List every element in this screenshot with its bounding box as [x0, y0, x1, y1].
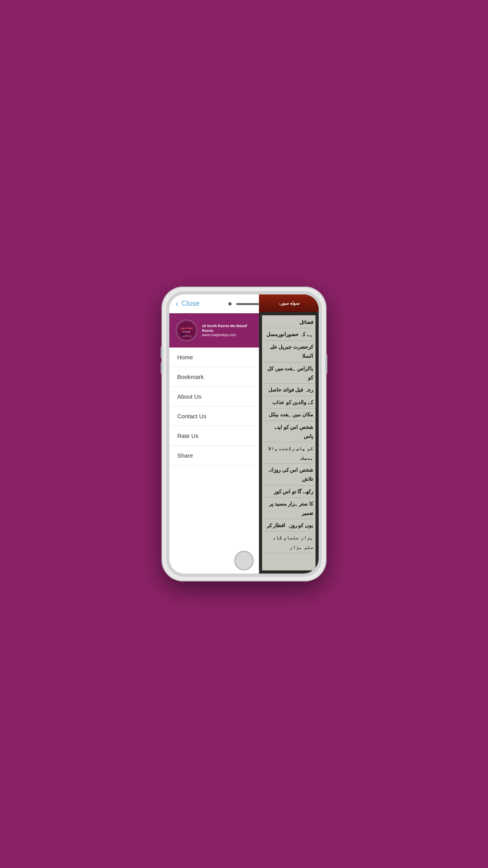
svg-point-5: [180, 333, 185, 336]
back-arrow-icon: ‹: [176, 299, 178, 308]
menu-list: HomeBookmarkAbout UsContact UsRate UsSha…: [169, 348, 259, 574]
screen-content: ‹ Close سوله سوره: [169, 294, 319, 574]
urdu-line-0: فضائل: [264, 318, 313, 328]
urdu-line-6: مکان میں ہفت بیکل: [264, 410, 313, 421]
menu-item-rate-us[interactable]: Rate Us: [169, 426, 259, 446]
urdu-line-12: یوں کو روزہ افطار کر: [264, 521, 313, 531]
menu-item-share[interactable]: Share: [169, 446, 259, 465]
menu-item-bookmark[interactable]: Bookmark: [169, 367, 259, 387]
urdu-text-area: فضائلہے کہ حضورانورمسلکرحضرت جبریل علیہ …: [262, 315, 316, 570]
menu-item-about-us[interactable]: About Us: [169, 387, 259, 406]
urdu-line-5: کے والدین کو عذاب: [264, 398, 313, 408]
app-website: www.maqbooliya.com: [202, 333, 253, 337]
power-button: [325, 354, 327, 374]
svg-text:16 Surah: 16 Surah: [182, 331, 191, 333]
menu-item-home[interactable]: Home: [169, 348, 259, 367]
menu-item-contact-us[interactable]: Contact Us: [169, 406, 259, 426]
phone-frame: ‹ Close سوله سوره: [161, 287, 327, 581]
close-button-label[interactable]: Close: [182, 300, 200, 308]
urdu-line-7: شخص اس کو اپنے پاس: [264, 423, 313, 443]
app-header: سوله سوره 16 Surah Wazaif Razvia 16 Sura…: [169, 313, 259, 348]
left-panel: ‹ Close سوله سوره: [169, 294, 259, 574]
urdu-line-1: ہے کہ حضورانورمسل: [264, 330, 313, 340]
front-camera: [228, 302, 231, 305]
svg-text:سوله سوره: سوله سوره: [180, 326, 193, 329]
app-title-block: 16 Surah Razvia Ma Wazaif Razvia www.maq…: [202, 324, 253, 337]
urdu-line-10: رکھے گا تو اس کور: [264, 487, 313, 498]
urdu-line-2: کرحضرت جبریل علیہ السلا: [264, 342, 313, 362]
urdu-line-13: ہزار علماو کا، ستر ہزار: [264, 533, 313, 553]
logo-image: سوله سوره 16 Surah Wazaif Razvia: [176, 320, 196, 340]
urdu-line-8: کو پاس رکھنے والا ہمیش: [264, 444, 313, 464]
app-title: 16 Surah Razvia Ma Wazaif Razvia: [202, 324, 253, 333]
phone-top-bar: [197, 302, 291, 305]
urdu-line-9: شخص اس کی روزانہ تلاش: [264, 465, 313, 485]
book-content: فضائلہے کہ حضورانورمسلکرحضرت جبریل علیہ …: [259, 312, 319, 574]
home-button[interactable]: [234, 551, 254, 570]
volume-down-button: [161, 362, 163, 374]
phone-screen: ‹ Close سوله سوره: [169, 294, 319, 574]
urdu-line-11: کا ستر ہزار مسید پر تعمیر: [264, 499, 313, 519]
urdu-line-4: رجہ فیل فوائد حاصل: [264, 385, 313, 396]
volume-up-button: [161, 346, 163, 358]
app-logo: سوله سوره 16 Surah Wazaif Razvia: [176, 320, 197, 341]
phone-inner: ‹ Close سوله سوره: [166, 291, 322, 577]
right-panel: سوله سورۃ فضائلہے کہ حضورانورمسلکرحضرت ج…: [259, 294, 319, 574]
urdu-line-3: یاکراس ہفت میں کل کو: [264, 364, 313, 384]
speaker: [236, 303, 260, 305]
